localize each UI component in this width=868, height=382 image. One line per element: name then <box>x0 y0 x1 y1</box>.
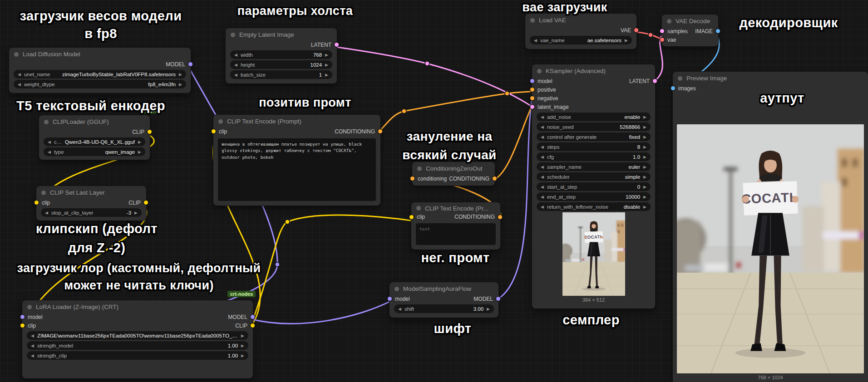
node-title-bar[interactable]: ConditioningZeroOut <box>412 162 495 174</box>
node-title-bar[interactable]: KSampler (Advanced) <box>532 64 655 77</box>
wire-modelsampling-to-ksampler[interactable] <box>496 83 535 300</box>
model-output-dot[interactable] <box>188 62 192 66</box>
node-conditioning-zero-out[interactable]: ConditioningZeroOut conditioningCONDITIO… <box>412 162 495 186</box>
output-slot-clip[interactable]: CLIP <box>132 129 152 135</box>
node-load-vae[interactable]: Load VAE VAE ◀vae_nameae.safetensors▶ <box>525 14 636 49</box>
widget-control-after-generate[interactable]: ◀control after generatefixed▶ <box>537 132 651 141</box>
node-title-bar[interactable]: CLIP Text Encode (Pr... <box>411 202 500 213</box>
node-clip-set-last-layer[interactable]: CLIP Set Last Layer clipCLIP ◀stop_at_cl… <box>36 186 146 220</box>
node-status-dot[interactable] <box>678 76 682 81</box>
input-slot-model[interactable]: model <box>388 296 410 302</box>
node-status-dot[interactable] <box>537 69 542 73</box>
input-slot-vae[interactable]: vae <box>660 37 676 43</box>
widget-lora-name[interactable]: ◀ZIMAGE\womanv11base256pxTEada0005TO\wom… <box>27 331 248 340</box>
node-status-dot[interactable] <box>395 287 399 291</box>
conditioning-input-dot[interactable] <box>410 176 414 181</box>
input-slot-model[interactable]: model <box>20 314 43 320</box>
vae-input-dot[interactable] <box>660 38 664 42</box>
node-title-bar[interactable]: CLIPLoader (GGUF) <box>39 115 150 127</box>
wire-positive-conditioning[interactable] <box>378 91 535 133</box>
node-clip-text-encode-negative[interactable]: CLIP Text Encode (Pr... clipCONDITIONING… <box>411 202 500 250</box>
model-output-dot[interactable] <box>496 297 500 301</box>
arrow-left-icon[interactable]: ◀ <box>48 150 51 154</box>
output-slot-latent[interactable]: LATENT <box>311 42 339 48</box>
clip-input-dot[interactable] <box>35 201 39 205</box>
widget-strength-model[interactable]: ◀strength_model1.00▶ <box>27 341 248 350</box>
node-status-dot[interactable] <box>44 120 49 124</box>
node-clip-text-encode-positive[interactable]: CLIP Text Encode (Prompt) clipCONDITIONI… <box>213 115 380 206</box>
node-title-bar[interactable]: Load Diffusion Model <box>9 48 191 60</box>
conditioning-output-dot[interactable] <box>498 215 502 219</box>
input-slot-clip[interactable]: clip <box>20 323 36 329</box>
output-slot-clip[interactable]: CLIP <box>235 323 255 329</box>
output-slot-vae[interactable]: VAE <box>621 27 638 34</box>
input-slot-latent-image[interactable]: latent_image <box>530 104 569 110</box>
widget-steps[interactable]: ◀steps8▶ <box>537 142 651 151</box>
reroute-dot[interactable] <box>285 220 290 224</box>
clip-output-dot[interactable] <box>148 130 152 134</box>
clip-output-dot[interactable] <box>144 201 148 205</box>
arrow-right-icon[interactable]: ▶ <box>643 195 646 199</box>
widget-cfg[interactable]: ◀cfg1.0▶ <box>537 152 651 161</box>
node-ksampler-advanced[interactable]: KSampler (Advanced) modelLATENT positive… <box>532 64 655 309</box>
node-clip-loader-gguf[interactable]: CLIPLoader (GGUF) CLIP ◀cl...Qwen3-4B-UD… <box>39 115 150 160</box>
input-slot-clip[interactable]: clip <box>409 214 425 220</box>
wire-latent-to-ksampler[interactable] <box>334 47 535 108</box>
arrow-left-icon[interactable]: ◀ <box>541 175 544 179</box>
arrow-left-icon[interactable]: ◀ <box>398 307 401 311</box>
arrow-right-icon[interactable]: ▶ <box>643 125 646 129</box>
node-status-dot[interactable] <box>14 52 19 57</box>
prompt-textarea-empty[interactable]: text <box>416 223 496 245</box>
output-slot-clip[interactable]: CLIP <box>128 200 148 206</box>
arrow-left-icon[interactable]: ◀ <box>541 155 544 159</box>
arrow-right-icon[interactable]: ▶ <box>325 53 328 57</box>
arrow-right-icon[interactable]: ▶ <box>138 140 141 144</box>
arrow-left-icon[interactable]: ◀ <box>541 145 544 149</box>
widget-start-at-step[interactable]: ◀start_at_step0▶ <box>537 182 651 191</box>
arrow-right-icon[interactable]: ▶ <box>134 211 138 215</box>
model-input-dot[interactable] <box>388 297 392 301</box>
wire-lora-model-to-modelsampling[interactable] <box>250 300 392 323</box>
node-title-bar[interactable]: CLIP Text Encode (Prompt) <box>213 115 380 127</box>
samples-input-dot[interactable] <box>660 29 664 33</box>
widget-stop-at-clip-layer[interactable]: ◀stop_at_clip_layer-3▶ <box>41 208 142 217</box>
arrow-left-icon[interactable]: ◀ <box>541 125 544 129</box>
arrow-left-icon[interactable]: ◀ <box>534 38 537 43</box>
input-slot-images[interactable]: images <box>671 85 696 92</box>
node-model-sampling-aura-flow[interactable]: ModelSamplingAuraFlow modelMODEL ◀shift3… <box>390 282 498 318</box>
arrow-right-icon[interactable]: ▶ <box>625 38 628 43</box>
reroute-dot[interactable] <box>275 262 280 267</box>
output-slot-latent[interactable]: LATENT <box>629 78 657 84</box>
arrow-right-icon[interactable]: ▶ <box>179 72 182 77</box>
output-slot-conditioning[interactable]: CONDITIONING <box>449 176 497 182</box>
reroute-dot[interactable] <box>648 33 653 37</box>
widget-height[interactable]: ◀height1024▶ <box>230 60 332 69</box>
conditioning-output-dot[interactable] <box>378 129 382 133</box>
model-output-dot[interactable] <box>251 315 255 319</box>
input-slot-clip[interactable]: clip <box>212 128 227 135</box>
arrow-right-icon[interactable]: ▶ <box>241 353 244 358</box>
widget-end-at-step[interactable]: ◀end_at_step10000▶ <box>537 192 651 201</box>
widget-type[interactable]: ◀typeqwen_image▶ <box>44 147 145 156</box>
node-title-bar[interactable]: Empty Latent Image <box>226 28 337 40</box>
node-status-dot[interactable] <box>27 305 32 309</box>
clip-output-dot[interactable] <box>251 323 255 328</box>
widget-noise-seed[interactable]: ◀noise_seed5268866▶ <box>537 122 651 131</box>
widget-scheduler[interactable]: ◀schedulersimple▶ <box>537 172 651 181</box>
node-status-dot[interactable] <box>417 167 422 171</box>
node-title-bar[interactable]: VAE Decode <box>662 15 718 27</box>
conditioning-output-dot[interactable] <box>493 176 497 181</box>
arrow-right-icon[interactable]: ▶ <box>325 63 328 67</box>
node-lora-loader[interactable]: LoRA Loader (Z-Image) (CRT) modelMODEL c… <box>22 300 253 378</box>
input-slot-positive[interactable]: positive <box>530 87 556 93</box>
latent-output-dot[interactable] <box>653 79 657 83</box>
model-input-dot[interactable] <box>20 315 25 319</box>
arrow-left-icon[interactable]: ◀ <box>234 63 237 67</box>
arrow-right-icon[interactable]: ▶ <box>643 155 646 159</box>
clip-input-dot[interactable] <box>20 323 25 328</box>
arrow-left-icon[interactable]: ◀ <box>45 211 48 215</box>
prompt-textarea[interactable]: женщина в обтягивающем платье позирует н… <box>218 138 376 201</box>
widget-add-noise[interactable]: ◀add_noiseenable▶ <box>537 113 651 121</box>
arrow-left-icon[interactable]: ◀ <box>234 73 237 77</box>
arrow-right-icon[interactable]: ▶ <box>241 333 244 338</box>
